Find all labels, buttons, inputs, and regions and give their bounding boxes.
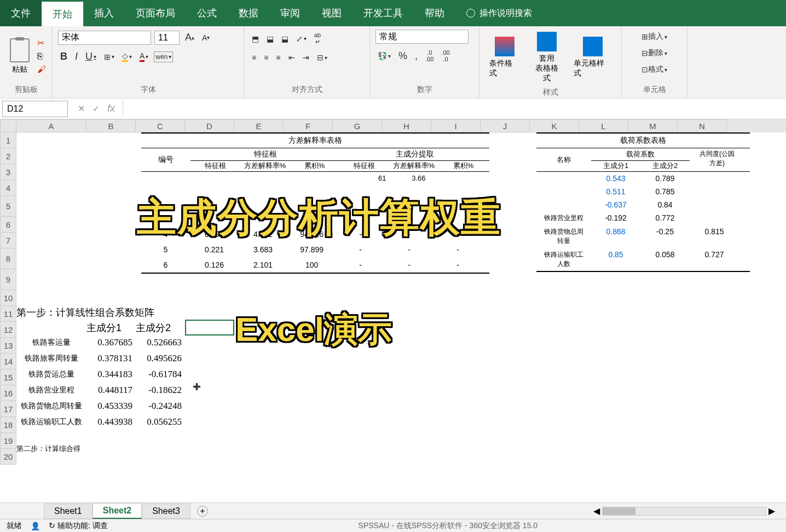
wrap-text-button[interactable]: ab↵ (312, 30, 323, 48)
tab-data[interactable]: 数据 (228, 0, 269, 26)
row-header[interactable]: 11 (0, 306, 16, 322)
row-header[interactable]: 8 (0, 248, 16, 269)
row-header[interactable]: 20 (0, 449, 16, 465)
formula-input[interactable] (123, 101, 786, 117)
col-header[interactable]: J (481, 119, 530, 132)
cells-area[interactable]: 方差解释率表格 编号 特征根 主成分提取 特征根 方差解释率% 累积% 特征根 (16, 132, 786, 465)
row-header[interactable]: 15 (0, 369, 16, 385)
row-header[interactable]: 4 (0, 180, 16, 196)
comma-button[interactable]: , (413, 48, 420, 64)
col-header[interactable]: I (431, 119, 481, 132)
row-header[interactable]: 13 (0, 338, 16, 354)
increase-font-button[interactable]: A▴ (183, 30, 196, 45)
accessibility-button[interactable]: ↻ 辅助功能: 调查 (49, 521, 108, 531)
tab-review[interactable]: 审阅 (269, 0, 311, 26)
row-header[interactable]: 2 (0, 148, 16, 164)
col-header[interactable]: H (382, 119, 431, 132)
row-header[interactable]: 12 (0, 322, 16, 338)
col-header[interactable]: A (16, 119, 86, 132)
confirm-formula-icon[interactable]: ✓ (93, 103, 100, 114)
select-all-corner[interactable] (0, 119, 16, 132)
scroll-left-icon[interactable]: ◀ (593, 506, 600, 516)
row-header[interactable]: 6 (0, 217, 16, 233)
row-header[interactable]: 7 (0, 233, 16, 248)
increase-indent-button[interactable]: ⇥ (300, 51, 311, 64)
tab-home[interactable]: 开始 (42, 0, 83, 26)
row-header[interactable]: 18 (0, 417, 16, 433)
decrease-font-button[interactable]: A▾ (200, 31, 212, 44)
scroll-thumb[interactable] (603, 507, 635, 515)
orientation-button[interactable]: ⤢▾ (294, 32, 309, 45)
phonetic-button[interactable]: wén▾ (154, 51, 173, 62)
align-left-button[interactable]: ≡ (250, 51, 258, 64)
bold-button[interactable]: B (58, 49, 70, 65)
col-header[interactable]: C (136, 119, 185, 132)
tab-insert[interactable]: 插入 (83, 0, 125, 26)
currency-button[interactable]: 💱▾ (375, 49, 393, 62)
col-header[interactable]: M (628, 119, 678, 132)
number-format-selector[interactable]: 常规 (375, 30, 469, 44)
fill-color-button[interactable]: ◇▾ (120, 49, 134, 64)
col-header[interactable]: E (234, 119, 284, 132)
row-header[interactable]: 16 (0, 385, 16, 401)
align-middle-button[interactable]: ⬓ (264, 32, 276, 45)
paste-button[interactable]: 粘贴 (5, 36, 34, 77)
col-header[interactable]: L (579, 119, 628, 132)
col-header[interactable]: G (333, 119, 382, 132)
fx-icon[interactable]: fx (107, 103, 115, 114)
scroll-right-icon[interactable]: ▶ (768, 506, 775, 516)
tab-help[interactable]: 帮助 (414, 0, 455, 26)
merge-button[interactable]: ⊟▾ (315, 51, 330, 64)
cut-icon[interactable]: ✂ (37, 38, 46, 48)
tell-me-search[interactable]: 操作说明搜索 (466, 8, 532, 19)
tab-formulas[interactable]: 公式 (186, 0, 228, 26)
col-header[interactable]: K (530, 119, 579, 132)
row-header[interactable]: 10 (0, 290, 16, 306)
increase-decimal-button[interactable]: .0.00 (423, 47, 436, 65)
sheet-tab[interactable]: Sheet3 (142, 504, 190, 519)
font-color-button[interactable]: A▾ (137, 49, 151, 64)
table-format-button[interactable]: 套用 表格格式 (527, 30, 566, 85)
tab-file[interactable]: 文件 (0, 0, 42, 26)
underline-button[interactable]: U▾ (83, 49, 99, 65)
row-header[interactable]: 9 (0, 269, 16, 290)
name-box[interactable]: D12 (2, 101, 68, 117)
cell-styles-button[interactable]: 单元格样式 (569, 34, 616, 80)
row-header[interactable]: 17 (0, 401, 16, 417)
copy-icon[interactable]: ⎘ (37, 51, 46, 61)
percent-button[interactable]: % (396, 48, 409, 64)
insert-cells-button[interactable]: ⊞ 插入 ▾ (627, 30, 681, 44)
sheet-tab[interactable]: Sheet1 (44, 504, 93, 519)
tab-view[interactable]: 视图 (311, 0, 352, 26)
row-header[interactable]: 1 (0, 132, 16, 148)
format-cells-button[interactable]: ⊡ 格式 ▾ (627, 62, 681, 77)
decrease-indent-button[interactable]: ⇤ (286, 51, 297, 64)
format-painter-icon[interactable]: 🖌 (37, 65, 46, 74)
add-sheet-button[interactable]: + (197, 506, 208, 517)
accessibility-icon[interactable]: 👤 (31, 522, 40, 530)
sheet-tab-active[interactable]: Sheet2 (93, 503, 142, 519)
border-button[interactable]: ⊞▾ (102, 50, 117, 63)
align-right-button[interactable]: ≡ (274, 51, 282, 64)
decrease-decimal-button[interactable]: .00.0 (439, 47, 452, 65)
font-size-selector[interactable]: 11 (154, 31, 180, 45)
row-header[interactable]: 5 (0, 196, 16, 217)
col-header[interactable]: D (185, 119, 234, 132)
col-header[interactable]: N (678, 119, 727, 132)
row-header[interactable]: 3 (0, 164, 16, 180)
tab-developer[interactable]: 开发工具 (352, 0, 414, 26)
align-top-button[interactable]: ⬒ (250, 32, 261, 45)
align-center-button[interactable]: ≡ (262, 51, 270, 64)
conditional-format-button[interactable]: 条件格式 (485, 34, 524, 80)
delete-cells-button[interactable]: ⊟ 删除 ▾ (627, 46, 681, 60)
tab-page-layout[interactable]: 页面布局 (125, 0, 186, 26)
cancel-formula-icon[interactable]: ✕ (78, 103, 85, 114)
font-name-selector[interactable]: 宋体 (58, 31, 151, 45)
col-header[interactable]: B (86, 119, 136, 132)
align-bottom-button[interactable]: ⬓ (279, 32, 291, 45)
col-header[interactable]: F (284, 119, 333, 132)
row-header[interactable]: 14 (0, 354, 16, 369)
horizontal-scrollbar[interactable]: ◀ ▶ (593, 506, 786, 516)
row-header[interactable]: 19 (0, 433, 16, 449)
italic-button[interactable]: I (73, 49, 80, 65)
